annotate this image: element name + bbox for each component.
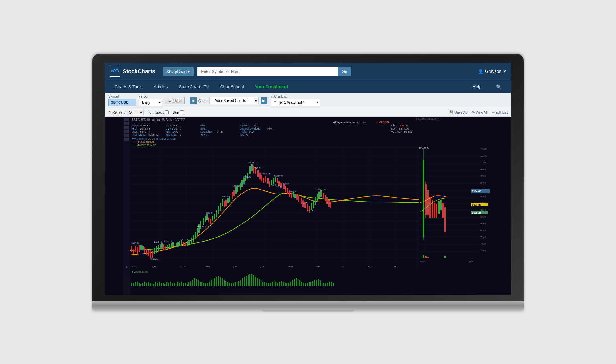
svg-text:39,382: 39,382 — [404, 130, 412, 133]
save-icon: 💾 — [449, 110, 454, 114]
svg-text:Open:: Open: — [132, 124, 140, 127]
svg-rect-250 — [140, 284, 141, 286]
svg-rect-313 — [257, 278, 258, 286]
top-bar: StockCharts SharpChart ▾ Go 👤 Grayson ∨ — [105, 63, 511, 80]
svg-rect-222 — [315, 197, 316, 205]
svg-text:Jul: Jul — [342, 265, 345, 268]
edit-list-link[interactable]: ✏ Edit List — [492, 110, 508, 114]
edit-list-label: Edit List — [496, 110, 508, 114]
svg-rect-230 — [328, 200, 330, 207]
period-field-group: Period Daily Weekly Monthly — [139, 95, 162, 106]
svg-rect-339 — [305, 283, 306, 286]
nav-charts-tools[interactable]: Charts & Tools — [110, 81, 148, 92]
nav-help[interactable]: Help — [468, 81, 486, 92]
svg-rect-152 — [208, 218, 209, 222]
svg-rect-7 — [124, 130, 129, 133]
svg-rect-245 — [131, 283, 132, 286]
svg-rect-352 — [329, 282, 330, 286]
svg-rect-172 — [240, 183, 241, 190]
svg-rect-263 — [164, 284, 165, 286]
svg-rect-307 — [246, 276, 247, 286]
nav-search[interactable]: 🔍 — [491, 81, 506, 92]
chart-type-button[interactable]: SharpChart ▾ — [163, 67, 194, 76]
nav-chartschool[interactable]: ChartSchool — [215, 81, 249, 92]
svg-rect-210 — [296, 194, 298, 200]
svg-rect-169 — [235, 187, 237, 194]
svg-text:Ask:: Ask: — [166, 124, 172, 127]
svg-rect-311 — [253, 275, 254, 286]
nav-stockcharts-tv[interactable]: StockCharts TV — [174, 81, 214, 92]
prev-chart-button[interactable]: ◀ — [190, 97, 197, 104]
svg-rect-347 — [320, 280, 321, 286]
svg-rect-274 — [185, 283, 186, 286]
svg-rect-130 — [171, 243, 172, 248]
svg-rect-145 — [197, 228, 198, 236]
svg-rect-318 — [266, 283, 267, 286]
svg-rect-305 — [242, 278, 243, 286]
user-menu[interactable]: 👤 Grayson ∨ — [478, 69, 506, 74]
svg-rect-416 — [425, 256, 427, 258]
svg-rect-255 — [150, 283, 151, 286]
svg-rect-225 — [320, 190, 322, 197]
svg-rect-121 — [156, 246, 157, 253]
logo-area: StockCharts — [110, 66, 155, 77]
svg-rect-131 — [172, 242, 174, 246]
svg-rect-116 — [148, 250, 149, 256]
svg-rect-353 — [331, 282, 332, 286]
svg-rect-282 — [200, 282, 201, 286]
svg-text:9400: 9400 — [480, 182, 486, 184]
svg-text:5633.00: 5633.00 — [206, 212, 213, 214]
svg-rect-207 — [291, 193, 292, 198]
svg-text:Low:: Low: — [132, 130, 138, 133]
svg-rect-284 — [203, 283, 204, 286]
svg-rect-303 — [238, 281, 239, 286]
svg-text:MA(200) 9194.87: MA(200) 9194.87 — [137, 144, 156, 146]
svg-rect-8 — [124, 134, 129, 137]
saved-charts-select[interactable]: - Your Saved Charts - — [209, 97, 259, 104]
svg-rect-228 — [325, 195, 326, 201]
skin-checkbox[interactable] — [180, 110, 184, 114]
svg-rect-415 — [423, 255, 424, 258]
svg-rect-273 — [183, 283, 184, 286]
svg-rect-127 — [165, 246, 166, 250]
svg-text:8352.25: 8352.25 — [233, 185, 240, 187]
svg-text:9800: 9800 — [480, 168, 486, 171]
svg-rect-337 — [301, 282, 302, 286]
svg-rect-249 — [139, 283, 140, 286]
svg-rect-286 — [207, 283, 208, 286]
refresh-select[interactable]: Off 1 min 5 min — [127, 110, 144, 115]
svg-rect-194 — [273, 178, 274, 184]
chart-selector-area: ◀ Chart: - Your Saved Charts - ▶ — [190, 97, 267, 104]
svg-rect-231 — [330, 202, 331, 208]
period-select[interactable]: Daily Weekly Monthly — [139, 99, 162, 106]
update-button[interactable]: Update — [165, 97, 185, 104]
symbol-label: Symbol — [108, 95, 136, 98]
svg-rect-126 — [163, 244, 164, 250]
nav-your-dashboard[interactable]: Your Dashboard — [250, 81, 293, 92]
symbol-input[interactable] — [108, 99, 136, 106]
svg-rect-292 — [218, 276, 219, 286]
svg-text:N/A: N/A — [267, 127, 272, 130]
svg-rect-168 — [233, 190, 235, 196]
svg-text:Aug: Aug — [368, 265, 372, 268]
svg-text:2019: 2019 — [180, 265, 186, 268]
svg-rect-203 — [283, 184, 285, 189]
svg-rect-192 — [269, 181, 270, 187]
chartlist-select[interactable]: * Tier 1 Watchlist * — [271, 99, 320, 106]
svg-rect-351 — [327, 283, 328, 286]
svg-text:May: May — [288, 265, 293, 268]
svg-text:8834.11: 8834.11 — [290, 190, 297, 193]
svg-rect-4 — [124, 118, 129, 121]
nav-articles[interactable]: Articles — [149, 81, 173, 92]
go-button[interactable]: Go — [338, 67, 351, 76]
inspect-checkbox[interactable] — [165, 110, 169, 114]
view-all-link[interactable]: 👁 View All — [472, 110, 488, 114]
next-chart-button[interactable]: ▶ — [261, 97, 267, 104]
svg-rect-256 — [152, 283, 152, 286]
svg-rect-262 — [163, 283, 164, 286]
save-as-link[interactable]: 💾 Save As — [449, 110, 467, 114]
symbol-search-input[interactable] — [197, 67, 338, 76]
svg-rect-264 — [166, 282, 167, 286]
svg-rect-323 — [275, 282, 276, 286]
svg-rect-315 — [261, 280, 261, 286]
